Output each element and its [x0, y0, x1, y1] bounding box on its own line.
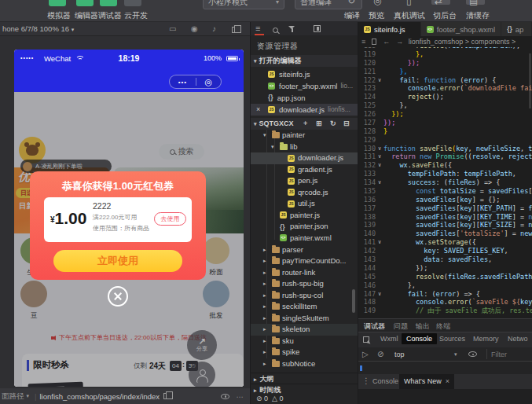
open-editor-footer_shop.wxml[interactable]: <>footer_shop.wxmllio... — [251, 80, 358, 92]
rotate-device-icon[interactable]: ▭ — [169, 24, 176, 33]
fold-icon[interactable]: ∨ — [376, 178, 383, 187]
code-line-124[interactable]: 124 reject(); — [358, 93, 532, 101]
problems-status[interactable]: ⊘ 0 △ 0 — [256, 395, 284, 402]
open-editor-downloader.js[interactable]: ×JSdownloader.jslionfis... — [251, 104, 358, 116]
tree-item-seckillItem[interactable]: ▸seckillItem — [251, 301, 358, 313]
use-now-button[interactable]: 立即使用 — [53, 250, 182, 272]
explorer-scrollbar[interactable] — [352, 289, 355, 313]
debugger-tab-终端[interactable]: 终端 — [436, 321, 450, 332]
code-line-137[interactable]: 137 savedFiles[key][KEY_PATH] = fileRe — [358, 204, 532, 213]
toolbar-icon-2[interactable] — [76, 0, 94, 6]
tree-item-rush-spu-col[interactable]: ▸rush-spu-col — [251, 290, 358, 302]
toolbar-right-button-5[interactable]: 清缓存 — [466, 10, 490, 21]
code-line-132[interactable]: 132∨ wx.saveFile({ — [358, 161, 532, 170]
watch-icon[interactable] — [221, 394, 229, 399]
go-use-link[interactable]: 去使用 — [154, 212, 186, 226]
tree-item-skeleton[interactable]: ▸skeleton — [251, 324, 358, 336]
new-folder-icon[interactable]: ⊞ — [316, 118, 322, 130]
clear-console-icon[interactable]: ⊘ — [377, 350, 383, 358]
play-icon[interactable]: ▷ — [362, 350, 369, 358]
devtools-tab-Wxml[interactable]: Wxml — [380, 335, 398, 343]
fold-icon[interactable]: ∨ — [376, 238, 383, 247]
drawer-console-tab[interactable]: Console — [372, 377, 398, 385]
code-line-149[interactable]: 149 // 由于 saveFile 成功后, res.tempFi — [358, 307, 532, 315]
dock-panel-icon[interactable] — [314, 25, 321, 34]
code-line-123[interactable]: 123 console.error(`downloadFile failed — [358, 84, 532, 93]
whats-new-tab[interactable]: What's New× — [399, 374, 454, 389]
tree-item-rush-spu-big[interactable]: ▸rush-spu-big — [251, 278, 358, 290]
tree-item-painter.json[interactable]: {}painter.json — [251, 221, 358, 233]
tree-item-downloader.js[interactable]: JSdownloader.js — [251, 152, 358, 164]
fold-icon[interactable]: ∨ — [376, 161, 383, 170]
code-line-133[interactable]: 133 tempFilePath: tempFilePath, — [358, 170, 532, 178]
copy-path-icon[interactable] — [163, 393, 169, 399]
tree-item-parser[interactable]: ▸parser — [251, 244, 358, 256]
code-line-134[interactable]: 134∨ success: (fileRes) => { — [358, 178, 532, 187]
tree-item-sku[interactable]: ▸sku — [251, 336, 358, 347]
mode-dropdown[interactable]: 小程序模式▾ — [203, 0, 284, 9]
tree-item-lib[interactable]: ▾lib — [251, 141, 358, 153]
list-icon[interactable]: ≡ — [361, 38, 365, 46]
toolbar-right-button-4[interactable]: 切后台 — [433, 10, 457, 21]
fold-icon[interactable]: ∨ — [376, 290, 383, 299]
search-icon[interactable] — [273, 26, 278, 35]
debugger-tab-输出[interactable]: 输出 — [416, 321, 430, 332]
editor-tab-ap[interactable]: {}ap — [501, 22, 532, 36]
toolbar-right-icon-5[interactable]: ▤ — [469, 0, 478, 6]
path-label[interactable]: 面路径 — [2, 391, 24, 402]
tree-item-painter.wxml[interactable]: <>painter.wxml — [251, 233, 358, 244]
close-file-icon[interactable]: × — [256, 104, 260, 116]
inspect-element-icon[interactable] — [363, 336, 369, 343]
code-line-138[interactable]: 138 savedFiles[key][KEY_TIME] = new Da — [358, 213, 532, 222]
editor-tab-footer_shop.wxml[interactable]: <>footer_shop.wxml — [421, 22, 502, 36]
fold-icon[interactable]: ∨ — [376, 152, 383, 161]
open-editor-siteinfo.js[interactable]: JSsiteinfo.js — [251, 68, 358, 80]
code-line-129[interactable]: 129 — [358, 136, 532, 145]
new-file-icon[interactable]: + — [303, 118, 307, 130]
more-icon[interactable]: ⋯ — [237, 392, 244, 401]
fold-icon[interactable]: ∨ — [376, 76, 383, 85]
eye-icon[interactable] — [468, 351, 477, 357]
code-line-147[interactable]: 147∨ fail: (error) => { — [358, 290, 532, 299]
code-line-144[interactable]: 144 }); — [358, 264, 532, 273]
code-line-130[interactable]: 130∨function saveFile(key, newFileSize, … — [358, 145, 532, 153]
code-line-122[interactable]: 122∨ fail: function (error) { — [358, 76, 532, 85]
devtools-tab-Sources[interactable]: Sources — [439, 335, 465, 343]
tree-item-gradient.js[interactable]: JSgradient.js — [251, 164, 358, 176]
refresh-icon[interactable]: ↻ — [330, 118, 336, 130]
toolbar-icon-3[interactable] — [100, 0, 117, 6]
toolbar-right-icon-3[interactable]: ▯ — [406, 0, 412, 6]
menu-icon[interactable]: ≡ — [255, 24, 260, 33]
toolbar-icon-4[interactable] — [124, 0, 141, 6]
code-line-136[interactable]: 136 savedFiles[key] = {}; — [358, 196, 532, 204]
toolbar-icon-1[interactable] — [49, 0, 66, 6]
open-editor-app.json[interactable]: {}app.json — [251, 92, 358, 104]
back-icon[interactable]: ← — [383, 38, 390, 46]
toolbar-right-icon-1[interactable]: ↻ — [347, 0, 355, 6]
filter-icon[interactable] — [288, 25, 295, 34]
editor-tab-siteinfo.js[interactable]: JSsiteinfo.js — [358, 22, 421, 36]
close-icon[interactable]: × — [446, 377, 449, 385]
code-line-143[interactable]: 143 data: savedFiles, — [358, 255, 532, 264]
tree-item-subNotice[interactable]: ▸subNotice — [251, 358, 358, 370]
breadcrumb[interactable]: lionfish_comshop > components > — [409, 38, 516, 46]
project-header[interactable]: ▾SQTGXCX + ⊞ ↻ ⊟ — [251, 118, 358, 130]
bookmark-icon[interactable] — [372, 39, 376, 45]
kebab-menu-icon[interactable]: ⋮ — [362, 376, 370, 385]
minimize-target-icon[interactable]: ◎ — [205, 77, 213, 87]
toolbar-right-icon-4[interactable]: ⇄ — [435, 0, 442, 6]
timeline-section[interactable]: ▸时间线 — [251, 384, 358, 395]
debugger-tab-问题[interactable]: 问题 — [394, 321, 408, 332]
code-line-145[interactable]: 145 resolve(fileRes.savedFilePath); — [358, 273, 532, 281]
capsule-menu[interactable]: ••• ◎ — [169, 75, 222, 89]
tree-item-painter[interactable]: ▾painter — [251, 130, 358, 141]
toolbar-right-icon-2[interactable]: ◎ — [373, 0, 381, 6]
code-line-121[interactable]: 121 }, — [358, 68, 532, 76]
code-line-139[interactable]: 139 savedFiles[key][KEY_SIZE] = newFil — [358, 221, 532, 230]
debugger-tab-调试器[interactable]: 调试器 — [364, 321, 385, 332]
toolbar-right-button-2[interactable]: 预览 — [369, 10, 384, 21]
chevron-down-icon[interactable]: ▾ — [454, 351, 457, 358]
code-line-142[interactable]: 142 key: SAVED_FILES_KEY, — [358, 247, 532, 255]
devtools-tab-Memory[interactable]: Memory — [473, 335, 499, 343]
devtools-tab-Console[interactable]: Console — [402, 333, 437, 344]
